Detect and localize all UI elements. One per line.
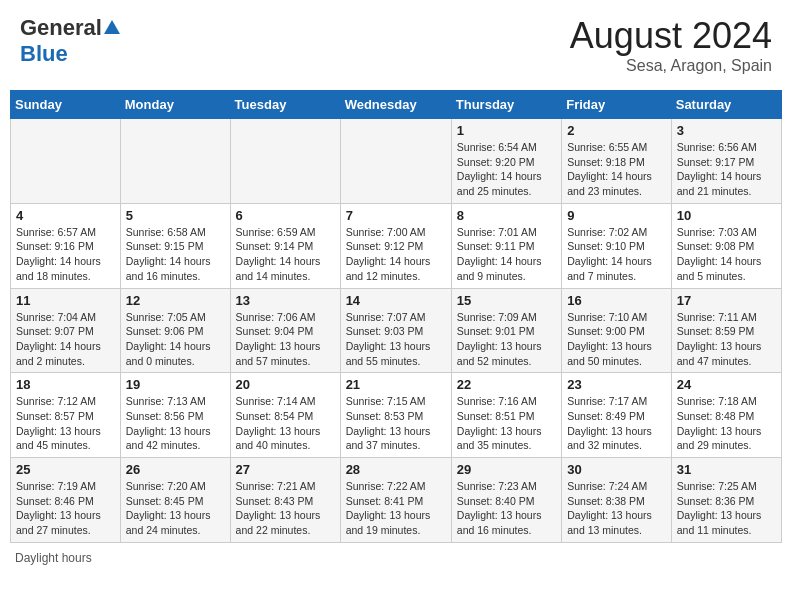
day-cell bbox=[230, 119, 340, 204]
day-number: 5 bbox=[126, 208, 225, 223]
day-cell: 30Sunrise: 7:24 AM Sunset: 8:38 PM Dayli… bbox=[562, 458, 672, 543]
day-detail: Sunrise: 7:10 AM Sunset: 9:00 PM Dayligh… bbox=[567, 310, 666, 369]
day-detail: Sunrise: 6:54 AM Sunset: 9:20 PM Dayligh… bbox=[457, 140, 556, 199]
day-cell bbox=[120, 119, 230, 204]
day-cell bbox=[11, 119, 121, 204]
day-detail: Sunrise: 7:25 AM Sunset: 8:36 PM Dayligh… bbox=[677, 479, 776, 538]
day-detail: Sunrise: 6:58 AM Sunset: 9:15 PM Dayligh… bbox=[126, 225, 225, 284]
day-cell: 9Sunrise: 7:02 AM Sunset: 9:10 PM Daylig… bbox=[562, 203, 672, 288]
day-cell: 24Sunrise: 7:18 AM Sunset: 8:48 PM Dayli… bbox=[671, 373, 781, 458]
day-detail: Sunrise: 7:11 AM Sunset: 8:59 PM Dayligh… bbox=[677, 310, 776, 369]
day-number: 31 bbox=[677, 462, 776, 477]
day-detail: Sunrise: 7:12 AM Sunset: 8:57 PM Dayligh… bbox=[16, 394, 115, 453]
day-number: 24 bbox=[677, 377, 776, 392]
day-cell: 28Sunrise: 7:22 AM Sunset: 8:41 PM Dayli… bbox=[340, 458, 451, 543]
day-cell: 26Sunrise: 7:20 AM Sunset: 8:45 PM Dayli… bbox=[120, 458, 230, 543]
day-number: 4 bbox=[16, 208, 115, 223]
day-detail: Sunrise: 7:04 AM Sunset: 9:07 PM Dayligh… bbox=[16, 310, 115, 369]
day-detail: Sunrise: 7:00 AM Sunset: 9:12 PM Dayligh… bbox=[346, 225, 446, 284]
day-number: 22 bbox=[457, 377, 556, 392]
day-cell: 15Sunrise: 7:09 AM Sunset: 9:01 PM Dayli… bbox=[451, 288, 561, 373]
header-day-sunday: Sunday bbox=[11, 91, 121, 119]
logo-triangle-icon bbox=[104, 20, 120, 34]
day-number: 29 bbox=[457, 462, 556, 477]
header-day-saturday: Saturday bbox=[671, 91, 781, 119]
day-detail: Sunrise: 7:17 AM Sunset: 8:49 PM Dayligh… bbox=[567, 394, 666, 453]
day-number: 19 bbox=[126, 377, 225, 392]
day-detail: Sunrise: 7:15 AM Sunset: 8:53 PM Dayligh… bbox=[346, 394, 446, 453]
week-row-4: 18Sunrise: 7:12 AM Sunset: 8:57 PM Dayli… bbox=[11, 373, 782, 458]
day-detail: Sunrise: 6:55 AM Sunset: 9:18 PM Dayligh… bbox=[567, 140, 666, 199]
page-header: General Blue August 2024 Sesa, Aragon, S… bbox=[10, 10, 782, 80]
day-detail: Sunrise: 7:16 AM Sunset: 8:51 PM Dayligh… bbox=[457, 394, 556, 453]
day-detail: Sunrise: 6:56 AM Sunset: 9:17 PM Dayligh… bbox=[677, 140, 776, 199]
day-number: 16 bbox=[567, 293, 666, 308]
day-number: 9 bbox=[567, 208, 666, 223]
day-cell: 11Sunrise: 7:04 AM Sunset: 9:07 PM Dayli… bbox=[11, 288, 121, 373]
week-row-2: 4Sunrise: 6:57 AM Sunset: 9:16 PM Daylig… bbox=[11, 203, 782, 288]
day-number: 26 bbox=[126, 462, 225, 477]
day-cell: 1Sunrise: 6:54 AM Sunset: 9:20 PM Daylig… bbox=[451, 119, 561, 204]
logo-blue: Blue bbox=[20, 41, 68, 67]
day-number: 11 bbox=[16, 293, 115, 308]
day-detail: Sunrise: 6:59 AM Sunset: 9:14 PM Dayligh… bbox=[236, 225, 335, 284]
calendar-table: SundayMondayTuesdayWednesdayThursdayFrid… bbox=[10, 90, 782, 543]
day-cell: 3Sunrise: 6:56 AM Sunset: 9:17 PM Daylig… bbox=[671, 119, 781, 204]
day-cell: 29Sunrise: 7:23 AM Sunset: 8:40 PM Dayli… bbox=[451, 458, 561, 543]
month-year-title: August 2024 bbox=[570, 15, 772, 57]
day-cell: 25Sunrise: 7:19 AM Sunset: 8:46 PM Dayli… bbox=[11, 458, 121, 543]
day-detail: Sunrise: 7:13 AM Sunset: 8:56 PM Dayligh… bbox=[126, 394, 225, 453]
day-number: 1 bbox=[457, 123, 556, 138]
day-detail: Sunrise: 7:18 AM Sunset: 8:48 PM Dayligh… bbox=[677, 394, 776, 453]
day-cell: 10Sunrise: 7:03 AM Sunset: 9:08 PM Dayli… bbox=[671, 203, 781, 288]
day-cell: 6Sunrise: 6:59 AM Sunset: 9:14 PM Daylig… bbox=[230, 203, 340, 288]
day-cell: 8Sunrise: 7:01 AM Sunset: 9:11 PM Daylig… bbox=[451, 203, 561, 288]
day-number: 30 bbox=[567, 462, 666, 477]
day-cell: 23Sunrise: 7:17 AM Sunset: 8:49 PM Dayli… bbox=[562, 373, 672, 458]
day-detail: Sunrise: 7:03 AM Sunset: 9:08 PM Dayligh… bbox=[677, 225, 776, 284]
logo: General Blue bbox=[20, 15, 120, 67]
day-number: 17 bbox=[677, 293, 776, 308]
header-day-wednesday: Wednesday bbox=[340, 91, 451, 119]
day-detail: Sunrise: 7:24 AM Sunset: 8:38 PM Dayligh… bbox=[567, 479, 666, 538]
day-cell: 20Sunrise: 7:14 AM Sunset: 8:54 PM Dayli… bbox=[230, 373, 340, 458]
day-number: 28 bbox=[346, 462, 446, 477]
day-number: 25 bbox=[16, 462, 115, 477]
day-detail: Sunrise: 7:23 AM Sunset: 8:40 PM Dayligh… bbox=[457, 479, 556, 538]
title-block: August 2024 Sesa, Aragon, Spain bbox=[570, 15, 772, 75]
day-detail: Sunrise: 7:07 AM Sunset: 9:03 PM Dayligh… bbox=[346, 310, 446, 369]
logo-general: General bbox=[20, 15, 102, 41]
day-detail: Sunrise: 7:14 AM Sunset: 8:54 PM Dayligh… bbox=[236, 394, 335, 453]
header-row: SundayMondayTuesdayWednesdayThursdayFrid… bbox=[11, 91, 782, 119]
day-cell bbox=[340, 119, 451, 204]
day-cell: 31Sunrise: 7:25 AM Sunset: 8:36 PM Dayli… bbox=[671, 458, 781, 543]
day-number: 14 bbox=[346, 293, 446, 308]
day-number: 20 bbox=[236, 377, 335, 392]
day-detail: Sunrise: 7:05 AM Sunset: 9:06 PM Dayligh… bbox=[126, 310, 225, 369]
day-number: 21 bbox=[346, 377, 446, 392]
day-number: 18 bbox=[16, 377, 115, 392]
day-cell: 21Sunrise: 7:15 AM Sunset: 8:53 PM Dayli… bbox=[340, 373, 451, 458]
day-number: 2 bbox=[567, 123, 666, 138]
day-cell: 22Sunrise: 7:16 AM Sunset: 8:51 PM Dayli… bbox=[451, 373, 561, 458]
day-detail: Sunrise: 7:21 AM Sunset: 8:43 PM Dayligh… bbox=[236, 479, 335, 538]
day-number: 27 bbox=[236, 462, 335, 477]
day-number: 7 bbox=[346, 208, 446, 223]
day-number: 8 bbox=[457, 208, 556, 223]
day-cell: 7Sunrise: 7:00 AM Sunset: 9:12 PM Daylig… bbox=[340, 203, 451, 288]
day-number: 23 bbox=[567, 377, 666, 392]
day-cell: 4Sunrise: 6:57 AM Sunset: 9:16 PM Daylig… bbox=[11, 203, 121, 288]
day-detail: Sunrise: 7:20 AM Sunset: 8:45 PM Dayligh… bbox=[126, 479, 225, 538]
day-cell: 13Sunrise: 7:06 AM Sunset: 9:04 PM Dayli… bbox=[230, 288, 340, 373]
calendar-body: 1Sunrise: 6:54 AM Sunset: 9:20 PM Daylig… bbox=[11, 119, 782, 543]
day-detail: Sunrise: 7:22 AM Sunset: 8:41 PM Dayligh… bbox=[346, 479, 446, 538]
day-detail: Sunrise: 7:02 AM Sunset: 9:10 PM Dayligh… bbox=[567, 225, 666, 284]
day-number: 6 bbox=[236, 208, 335, 223]
header-day-tuesday: Tuesday bbox=[230, 91, 340, 119]
day-number: 13 bbox=[236, 293, 335, 308]
day-cell: 19Sunrise: 7:13 AM Sunset: 8:56 PM Dayli… bbox=[120, 373, 230, 458]
location-subtitle: Sesa, Aragon, Spain bbox=[570, 57, 772, 75]
day-cell: 12Sunrise: 7:05 AM Sunset: 9:06 PM Dayli… bbox=[120, 288, 230, 373]
day-number: 12 bbox=[126, 293, 225, 308]
day-number: 15 bbox=[457, 293, 556, 308]
